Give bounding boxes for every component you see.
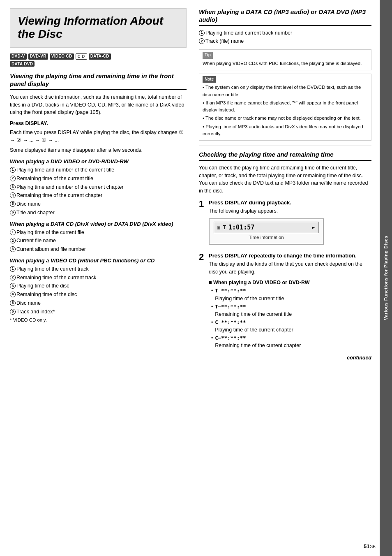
circle-1: 1 bbox=[199, 30, 205, 36]
bullet-dot: • bbox=[211, 303, 213, 310]
section2-heading: When playing a DVD VIDEO or DVD-R/DVD-RW bbox=[10, 158, 187, 164]
item-text: Remaining time of the current chapter bbox=[16, 192, 102, 199]
circle-5: 5 bbox=[10, 201, 16, 207]
bullet-content-1: T–**:**:** Remaining time of the current… bbox=[215, 303, 292, 318]
step-2-desc: The display and the kinds of time that y… bbox=[209, 260, 371, 276]
step-1-content: Press DISPLAY during playback. The follo… bbox=[209, 199, 371, 248]
circle-4: 4 bbox=[10, 292, 16, 297]
bullet-code-2: C **:**:** bbox=[215, 319, 246, 325]
check-heading: Checking the playing time and remaining … bbox=[199, 151, 371, 161]
right-column: When playing a DATA CD (MP3 audio) or DA… bbox=[195, 8, 371, 548]
item-text: Current file name bbox=[16, 237, 56, 245]
list-item: 4Remaining time of the current chapter bbox=[10, 192, 187, 199]
bullet-code-3: C–**:**:** bbox=[215, 335, 246, 341]
bullet-content-3: C–**:**:** Remaining time of the current… bbox=[215, 334, 301, 349]
bullet-row-2: • C **:**:** Playing time of the current… bbox=[209, 319, 371, 334]
bullet-row-3: • C–**:**:** Remaining time of the curre… bbox=[209, 334, 371, 349]
step-1-row: 1 Press DISPLAY during playback. The fol… bbox=[199, 199, 371, 248]
item-text: Disc name bbox=[16, 200, 41, 208]
list-item: 2Track (file) name bbox=[199, 37, 371, 45]
tip-item-0: When playing VIDEO CDs with PBC function… bbox=[203, 60, 368, 67]
section2-list: 1Playing time and number of the current … bbox=[10, 166, 187, 217]
section1-body: You can check disc information, such as … bbox=[10, 93, 187, 116]
side-tab: Various Functions for Playing Discs bbox=[380, 0, 392, 556]
item-text: Remaining time of the disc bbox=[16, 291, 77, 299]
list-item: 2Remaining time of the current title bbox=[10, 175, 187, 183]
list-item: 3Playing time and number of the current … bbox=[10, 183, 187, 191]
mp3-list: 1Playing time and current track number 2… bbox=[199, 29, 371, 46]
circle-2: 2 bbox=[199, 38, 205, 44]
badge-video-cd: VIDEO CD bbox=[50, 53, 74, 60]
item-text: Playing time and current track number bbox=[205, 29, 292, 37]
list-item: 1Playing time of the current file bbox=[10, 229, 187, 236]
bullet-row-0: • T **:**:** Playing time of the current… bbox=[209, 287, 371, 302]
circle-1: 1 bbox=[10, 167, 16, 173]
section3-heading: When playing a DATA CD (DivX video) or D… bbox=[10, 221, 187, 227]
step-2-number: 2 bbox=[199, 252, 209, 262]
circle-6: 6 bbox=[10, 309, 16, 315]
item-text: Playing time of the current file bbox=[16, 229, 84, 236]
display-label: Time information bbox=[214, 235, 319, 240]
dvd-sub-title: ■ When playing a DVD VIDEO or DVD-RW bbox=[209, 280, 371, 285]
section3-list: 1Playing time of the current file 2Curre… bbox=[10, 229, 187, 253]
badge-row: DVD-V DVD-VR VIDEO CD C D DATA-CD bbox=[10, 53, 187, 60]
bullet-desc-3: Remaining time of the current chapter bbox=[215, 343, 301, 348]
bullet-desc-2: Playing time of the current chapter bbox=[215, 327, 293, 333]
bullet-code-0: T **:**:** bbox=[215, 287, 246, 294]
tip-box: Tip When playing VIDEO CDs with PBC func… bbox=[199, 49, 371, 70]
page-title: Viewing Information About the Disc bbox=[18, 14, 179, 41]
bullet-desc-0: Playing time of the current title bbox=[215, 296, 284, 301]
item-text: Current album and file number bbox=[16, 246, 86, 253]
bullet-code-1: T–**:**:** bbox=[215, 303, 246, 310]
step-2-title: Press DISPLAY repeatedly to change the t… bbox=[209, 252, 371, 259]
bullet-dot: • bbox=[211, 319, 213, 326]
circle-2: 2 bbox=[10, 238, 16, 243]
badge-data-dvd: DATA DVD bbox=[10, 61, 35, 67]
note-item-1: • If an MP3 file name cannot be displaye… bbox=[203, 100, 368, 114]
note-item-3: • Playing time of MP3 audio tracks and D… bbox=[203, 123, 368, 138]
step-2-content: Press DISPLAY repeatedly to change the t… bbox=[209, 252, 371, 352]
bullet-dot: • bbox=[211, 287, 213, 294]
circle-2: 2 bbox=[10, 275, 16, 280]
item-text: Remaining time of the current track bbox=[16, 274, 97, 282]
badge-dvd-v: DVD-V bbox=[10, 53, 27, 60]
item-text: Playing time of the disc bbox=[16, 282, 69, 290]
list-item: 2Current file name bbox=[10, 237, 187, 245]
circle-5: 5 bbox=[10, 300, 16, 306]
disc-icon: ▣ bbox=[217, 225, 220, 230]
display-channel: T bbox=[223, 224, 226, 230]
item-text: Playing time and number of the current t… bbox=[16, 166, 114, 174]
step-1-number: 1 bbox=[199, 199, 209, 209]
circle-3: 3 bbox=[10, 246, 16, 252]
bullet-row-1: • T–**:**:** Remaining time of the curre… bbox=[209, 303, 371, 318]
section4-heading: When playing a VIDEO CD (without PBC fun… bbox=[10, 257, 187, 264]
list-item: 4Remaining time of the disc bbox=[10, 291, 187, 299]
section4-list: 1Playing time of the current track 2Rema… bbox=[10, 265, 187, 316]
item-text: Playing time of the current track bbox=[16, 265, 89, 273]
section1-heading: Viewing the playing time and remaining t… bbox=[10, 72, 187, 90]
left-column: Viewing Information About the Disc DVD-V… bbox=[10, 8, 195, 548]
note-label: Note bbox=[203, 76, 216, 83]
press-display-body: Each time you press DISPLAY while playin… bbox=[10, 129, 187, 144]
display-time: 1:01:57 bbox=[228, 224, 254, 231]
note-box: Note • The system can only display the f… bbox=[199, 74, 371, 141]
check-body: You can check the playing time and remai… bbox=[199, 164, 371, 195]
circle-1: 1 bbox=[10, 229, 16, 235]
bullet-content-2: C **:**:** Playing time of the current c… bbox=[215, 319, 293, 334]
step-1-title: Press DISPLAY during playback. bbox=[209, 199, 371, 206]
step-1-desc: The following display appears. bbox=[209, 207, 371, 215]
footnote: * VIDEO CD only. bbox=[10, 317, 187, 324]
list-item: 3Playing time of the disc bbox=[10, 282, 187, 290]
list-item: 5Disc name bbox=[10, 299, 187, 307]
badge-cd: C D bbox=[76, 53, 87, 60]
list-item: 5Disc name bbox=[10, 200, 187, 208]
badge-data-cd: DATA-CD bbox=[89, 53, 111, 60]
title-box: Viewing Information About the Disc bbox=[10, 8, 187, 48]
mp3-heading: When playing a DATA CD (MP3 audio) or DA… bbox=[199, 8, 371, 26]
display-box: ▣ T 1:01:57 ► Time information bbox=[209, 218, 324, 245]
circle-2: 2 bbox=[10, 176, 16, 181]
press-display-label: Press DISPLAY. bbox=[10, 120, 187, 127]
bullet-dot: • bbox=[211, 334, 213, 342]
tip-label: Tip bbox=[203, 52, 213, 59]
note-item-2: • The disc name or track name may not be… bbox=[203, 115, 368, 122]
